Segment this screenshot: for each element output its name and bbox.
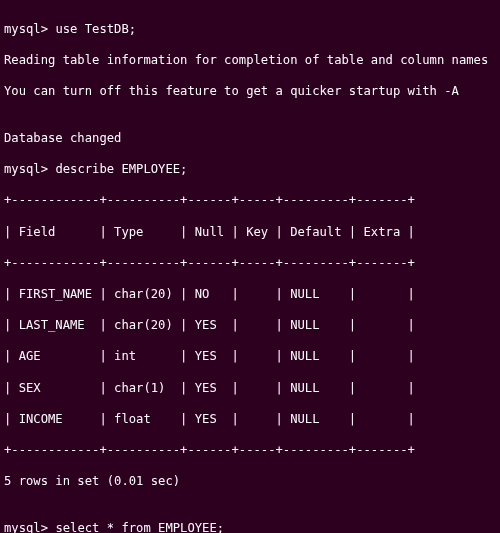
- table-row: | AGE | int | YES | | NULL | |: [4, 349, 496, 365]
- mysql-prompt: mysql>: [4, 521, 55, 533]
- command-input: use TestDB;: [55, 22, 136, 36]
- output-text: Database changed: [4, 131, 496, 147]
- command-input: describe EMPLOYEE;: [55, 162, 187, 176]
- terminal[interactable]: mysql> use TestDB; Reading table informa…: [0, 0, 500, 533]
- table-row: | LAST_NAME | char(20) | YES | | NULL | …: [4, 318, 496, 334]
- command-line: mysql> select * from EMPLOYEE;: [4, 521, 496, 533]
- table-header: | Field | Type | Null | Key | Default | …: [4, 225, 496, 241]
- command-input: select * from EMPLOYEE;: [55, 521, 224, 533]
- table-separator: +------------+----------+------+-----+--…: [4, 193, 496, 209]
- command-line: mysql> use TestDB;: [4, 22, 496, 38]
- output-text: You can turn off this feature to get a q…: [4, 84, 496, 100]
- mysql-prompt: mysql>: [4, 22, 55, 36]
- mysql-prompt: mysql>: [4, 162, 55, 176]
- table-separator: +------------+----------+------+-----+--…: [4, 443, 496, 459]
- output-text: Reading table information for completion…: [4, 53, 496, 69]
- table-row: | INCOME | float | YES | | NULL | |: [4, 412, 496, 428]
- table-row: | SEX | char(1) | YES | | NULL | |: [4, 381, 496, 397]
- table-row: | FIRST_NAME | char(20) | NO | | NULL | …: [4, 287, 496, 303]
- table-separator: +------------+----------+------+-----+--…: [4, 256, 496, 272]
- result-summary: 5 rows in set (0.01 sec): [4, 474, 496, 490]
- command-line: mysql> describe EMPLOYEE;: [4, 162, 496, 178]
